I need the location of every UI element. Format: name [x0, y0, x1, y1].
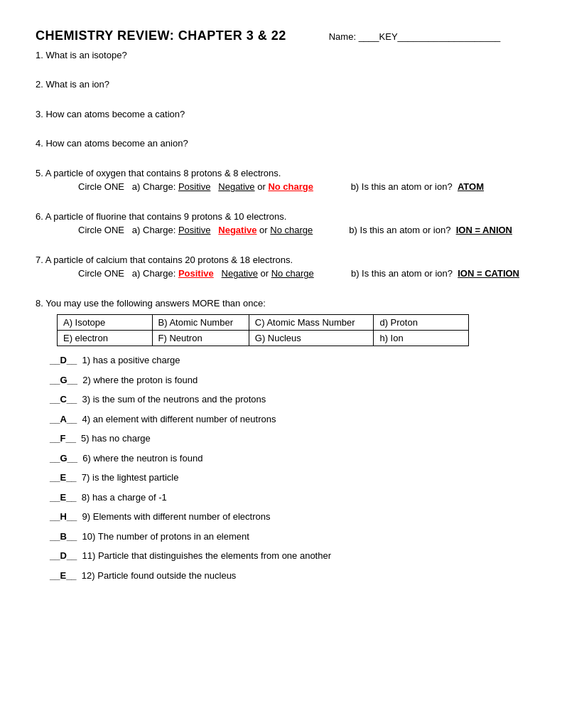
fill-item: __D__ 1) has a positive charge: [50, 353, 526, 368]
q7-or: or: [261, 268, 271, 279]
q6-circle-line: Circle ONE a) Charge: Positive Negative …: [78, 223, 313, 237]
table-cell: B) Atomic Number: [152, 315, 249, 331]
fill-blank: __D__: [50, 550, 77, 561]
fill-blank: __F__: [50, 433, 76, 444]
q7-circle-line: Circle ONE a) Charge: Positive Negative …: [78, 267, 314, 281]
q5-answer-b: b) Is this an atom or ion? ATOM: [351, 181, 526, 192]
fill-text: 2) where the proton is found: [82, 375, 198, 385]
q6-negative: Negative: [218, 225, 256, 235]
question-5: 5. A particle of oxygen that contains 8 …: [36, 166, 526, 194]
q5-or: or: [257, 181, 268, 192]
fill-text: 4) an element with different number of n…: [82, 414, 276, 424]
fill-blank: __E__: [50, 570, 77, 581]
table-cell: h) Ion: [374, 331, 469, 346]
q6-circle-prefix: Circle ONE a) Charge:: [78, 225, 178, 235]
fill-blank: __A__: [50, 414, 77, 424]
fill-blank: __C__: [50, 394, 77, 405]
table-cell: G) Nucleus: [249, 331, 374, 346]
fill-blank: __E__: [50, 472, 77, 483]
q7-text: 7. A particle of calcium that contains 2…: [36, 253, 526, 267]
fill-item: __G__ 6) where the neutron is found: [50, 451, 526, 466]
q7-space1: [216, 268, 219, 279]
fill-text: 12) Particle found outside the nucleus: [82, 570, 237, 581]
fill-text: 8) has a charge of -1: [82, 492, 167, 503]
q8-header: 8. You may use the following answers MOR…: [36, 296, 526, 311]
fill-text: 10) The number of protons in an element: [82, 531, 249, 542]
fill-items-container: __D__ 1) has a positive charge__G__ 2) w…: [36, 353, 526, 582]
table-cell: d) Proton: [374, 315, 469, 331]
table-cell: E) electron: [58, 331, 153, 346]
fill-item: __E__ 8) has a charge of -1: [50, 491, 526, 505]
q6-or: or: [259, 225, 270, 235]
fill-item: __B__ 10) The number of protons in an el…: [50, 530, 526, 544]
question-8: 8. You may use the following answers MOR…: [36, 296, 526, 583]
q5-negative: Negative: [218, 181, 254, 192]
page-title: Chemistry Review: Chapter 3 & 22: [36, 28, 286, 44]
q6-nocharge: No charge: [270, 225, 313, 235]
q5-positive: Positive: [178, 181, 211, 192]
question-1: 1. What is an isotope?: [36, 48, 526, 63]
question-6: 6. A particle of fluorine that contains …: [36, 210, 526, 237]
question-7: 7. A particle of calcium that contains 2…: [36, 253, 526, 281]
fill-item: __E__ 12) Particle found outside the nuc…: [50, 569, 526, 583]
q4-text: 4. How can atoms become an anion?: [36, 136, 526, 151]
q6-text: 6. A particle of fluorine that contains …: [36, 210, 526, 224]
q5-space1: [213, 181, 216, 192]
page-header: Chemistry Review: Chapter 3 & 22 Name: _…: [36, 28, 526, 44]
q5-circle-prefix: Circle ONE a) Charge:: [78, 181, 178, 192]
q5-answer-val: ATOM: [458, 181, 484, 192]
fill-item: __G__ 2) where the proton is found: [50, 373, 526, 387]
fill-text: 11) Particle that distinguishes the elem…: [82, 550, 331, 561]
q7-circle-prefix: Circle ONE a) Charge:: [78, 268, 178, 279]
q1-text: 1. What is an isotope?: [36, 48, 526, 63]
fill-text: 5) has no charge: [81, 433, 151, 444]
q7-nocharge: No charge: [271, 268, 314, 279]
q6-space1: [213, 225, 216, 235]
fill-item: __A__ 4) an element with different numbe…: [50, 412, 526, 427]
fill-blank: __G__: [50, 375, 77, 385]
table-cell: A) Isotope: [58, 315, 153, 331]
fill-item: __F__ 5) has no charge: [50, 432, 526, 446]
q7-answer-b: b) Is this an atom or ion? ION = CATION: [351, 268, 526, 279]
fill-item: __H__ 9) Elements with different number …: [50, 510, 526, 524]
q6-answer-val: ION = ANION: [456, 225, 512, 235]
q6-positive: Positive: [178, 225, 211, 235]
fill-item: __E__ 7) is the lightest particle: [50, 471, 526, 485]
fill-text: 6) where the neutron is found: [82, 453, 202, 464]
fill-blank: __G__: [50, 453, 77, 464]
question-4: 4. How can atoms become an anion?: [36, 136, 526, 151]
q7-positive: Positive: [178, 268, 214, 279]
fill-text: 9) Elements with different number of ele…: [82, 511, 271, 522]
q5-nocharge: No charge: [268, 181, 313, 192]
fill-text: 7) is the lightest particle: [82, 472, 179, 483]
fill-blank: __D__: [50, 355, 77, 365]
q6-answer-b: b) Is this an atom or ion? ION = ANION: [349, 225, 526, 235]
fill-blank: __B__: [50, 531, 77, 542]
fill-blank: __E__: [50, 492, 77, 503]
q5-text: 5. A particle of oxygen that contains 8 …: [36, 166, 526, 181]
fill-blank: __H__: [50, 511, 77, 522]
table-cell: C) Atomic Mass Number: [249, 315, 374, 331]
fill-item: __D__ 11) Particle that distinguishes th…: [50, 549, 526, 563]
q7-negative: Negative: [222, 268, 258, 279]
answer-table: A) IsotopeB) Atomic NumberC) Atomic Mass…: [57, 314, 469, 346]
table-cell: F) Neutron: [152, 331, 249, 346]
q7-answer-val: ION = CATION: [458, 268, 519, 279]
q3-text: 3. How can atoms become a cation?: [36, 107, 526, 122]
question-3: 3. How can atoms become a cation?: [36, 107, 526, 122]
fill-item: __C__ 3) is the sum of the neutrons and …: [50, 392, 526, 407]
question-2: 2. What is an ion?: [36, 77, 526, 92]
name-line: Name: ____KEY____________________: [329, 28, 500, 42]
q2-text: 2. What is an ion?: [36, 77, 526, 92]
fill-text: 3) is the sum of the neutrons and the pr…: [82, 394, 266, 405]
q5-circle-line: Circle ONE a) Charge: Positive Negative …: [78, 180, 313, 194]
fill-text: 1) has a positive charge: [82, 355, 180, 365]
